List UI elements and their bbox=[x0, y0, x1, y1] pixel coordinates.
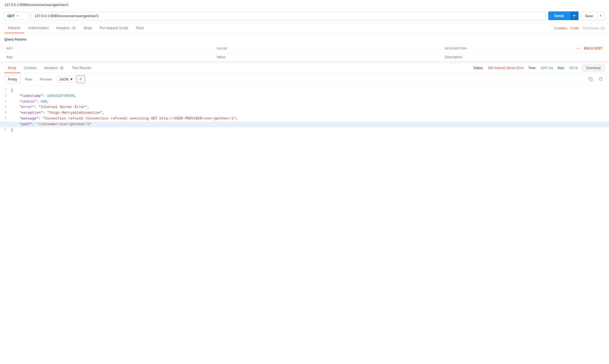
json-format-select[interactable]: JSON ▼ bbox=[57, 76, 76, 83]
wrap-icon: ≡ bbox=[79, 77, 82, 82]
tab-authorization[interactable]: Authorization bbox=[24, 23, 53, 33]
col-description: DESCRIPTION ⋯ Bulk Edit bbox=[442, 44, 605, 53]
tab-pre-request-script[interactable]: Pre-request Script bbox=[96, 23, 132, 33]
code-line-8: 8} bbox=[0, 127, 609, 133]
json-plain: : bbox=[43, 94, 47, 98]
right-actions: Cookies Code Comments (0) bbox=[555, 26, 605, 30]
json-plain: , bbox=[236, 116, 238, 121]
key-input[interactable] bbox=[7, 55, 212, 59]
bulk-edit-link[interactable]: Bulk Edit bbox=[584, 47, 603, 50]
json-plain: , bbox=[87, 105, 90, 109]
svg-line-2 bbox=[602, 80, 602, 81]
code-line-7: 7 "path": "/consumer/user/getUser/1" bbox=[0, 122, 609, 127]
svg-rect-0 bbox=[590, 79, 592, 81]
status-label: Status: bbox=[473, 66, 484, 70]
json-plain: : bbox=[34, 105, 39, 109]
request-bar: GET ▼ Send ▼ Save ▼ bbox=[0, 9, 609, 23]
tab-body[interactable]: Body bbox=[80, 23, 96, 33]
raw-tab[interactable]: Raw bbox=[22, 76, 35, 83]
status-info: Status: 500 Internal Server Error Time: … bbox=[473, 64, 605, 72]
json-key: "message" bbox=[11, 116, 38, 121]
response-tab-headers[interactable]: Headers 4 bbox=[41, 63, 68, 73]
response-tab-cookies[interactable]: Cookies bbox=[20, 63, 41, 73]
code-link[interactable]: Code bbox=[571, 26, 579, 30]
status-value: 500 Internal Server Error bbox=[488, 66, 524, 70]
body-tools bbox=[587, 75, 605, 83]
params-table: KEY VALUE DESCRIPTION ⋯ Bulk Edit bbox=[4, 44, 605, 61]
json-key: "path" bbox=[11, 122, 32, 126]
json-plain: , bbox=[102, 111, 104, 115]
copy-icon[interactable] bbox=[587, 75, 594, 83]
wrap-button[interactable]: ≡ bbox=[77, 75, 85, 83]
save-dropdown-button[interactable]: ▼ bbox=[597, 12, 604, 19]
save-btn-group: Save ▼ bbox=[581, 12, 605, 20]
download-button[interactable]: Download bbox=[582, 64, 605, 72]
description-input[interactable] bbox=[445, 55, 602, 59]
json-key: "exception" bbox=[11, 111, 43, 115]
more-options-icon[interactable]: ⋯ bbox=[576, 46, 581, 51]
json-key: "error" bbox=[11, 105, 34, 109]
json-plain: : bbox=[43, 111, 47, 115]
json-format-chevron: ▼ bbox=[70, 77, 73, 81]
code-line-1: 1{ bbox=[0, 88, 609, 93]
code-line-6: 6 "message": "Connection refused (Connec… bbox=[0, 116, 609, 122]
json-plain: { bbox=[11, 88, 13, 92]
response-code-area: 1{2 "timestamp": 1564318739506,3 "status… bbox=[0, 85, 609, 135]
search-icon[interactable] bbox=[597, 75, 605, 83]
json-number: 500 bbox=[41, 100, 47, 104]
code-line-2: 2 "timestamp": 1564318739506, bbox=[0, 93, 609, 99]
code-line-4: 4 "error": "Internal Server Error", bbox=[0, 104, 609, 110]
method-select[interactable]: GET ▼ bbox=[4, 12, 29, 20]
response-headers-badge: 4 bbox=[59, 66, 64, 70]
response-tab-test-results[interactable]: Test Results bbox=[68, 63, 95, 73]
time-value: 1547 ms bbox=[541, 66, 553, 70]
size-label: Size: bbox=[558, 66, 565, 70]
tab-tests[interactable]: Tests bbox=[132, 23, 148, 33]
json-key: "timestamp" bbox=[11, 94, 43, 98]
method-chevron-icon: ▼ bbox=[16, 14, 19, 17]
json-format-label: JSON bbox=[59, 77, 69, 81]
time-label: Time: bbox=[528, 66, 536, 70]
json-string: "Connection refused (Connection refused)… bbox=[43, 116, 236, 121]
json-plain: : bbox=[32, 122, 36, 126]
json-plain: : bbox=[38, 116, 43, 121]
send-dropdown-button[interactable]: ▼ bbox=[570, 11, 579, 20]
json-key: "status" bbox=[11, 100, 36, 104]
tab-headers[interactable]: Headers 7 bbox=[53, 23, 80, 33]
send-btn-group: Send ▼ bbox=[548, 11, 579, 20]
page-title: 127.0.0.1:8080/consumer/user/getUser/1 bbox=[0, 0, 609, 9]
method-label: GET bbox=[7, 14, 15, 18]
json-plain: } bbox=[11, 128, 13, 132]
url-input[interactable] bbox=[31, 12, 546, 20]
body-toolbar: Pretty Raw Preview JSON ▼ ≡ bbox=[0, 73, 609, 85]
code-line-3: 3 "status": 500, bbox=[0, 99, 609, 105]
col-value: VALUE bbox=[214, 44, 442, 53]
json-plain: , bbox=[75, 94, 77, 98]
send-button[interactable]: Send bbox=[548, 11, 570, 20]
tab-params[interactable]: Params bbox=[4, 23, 24, 33]
save-button[interactable]: Save bbox=[581, 12, 597, 20]
col-key: KEY bbox=[4, 44, 214, 53]
headers-badge: 7 bbox=[71, 26, 76, 30]
query-params-label: Query Params bbox=[4, 36, 605, 43]
size-value: 415 B bbox=[569, 66, 577, 70]
svg-point-1 bbox=[599, 78, 602, 81]
json-string: "/consumer/user/getUser/1" bbox=[36, 122, 92, 126]
response-tab-body[interactable]: Body bbox=[4, 63, 20, 73]
response-tabs: Body Cookies Headers 4 Test Results Stat… bbox=[0, 63, 609, 73]
json-string: "Internal Server Error" bbox=[38, 105, 87, 109]
value-input[interactable] bbox=[217, 55, 440, 59]
preview-tab[interactable]: Preview bbox=[36, 76, 56, 83]
json-number: 1564318739506 bbox=[47, 94, 75, 98]
params-row-empty bbox=[4, 53, 605, 61]
code-line-5: 5 "exception": "feign.RetryableException… bbox=[0, 110, 609, 116]
json-string: "feign.RetryableException" bbox=[47, 111, 102, 115]
query-params-section: Query Params KEY VALUE DESCRIPTION ⋯ Bul… bbox=[0, 33, 609, 61]
cookies-link[interactable]: Cookies bbox=[555, 26, 567, 30]
json-plain: , bbox=[47, 100, 49, 104]
comments-link[interactable]: Comments (0) bbox=[582, 26, 605, 30]
request-tabs: Params Authorization Headers 7 Body Pre-… bbox=[0, 23, 609, 33]
json-plain: : bbox=[36, 100, 41, 104]
pretty-tab[interactable]: Pretty bbox=[4, 76, 21, 83]
